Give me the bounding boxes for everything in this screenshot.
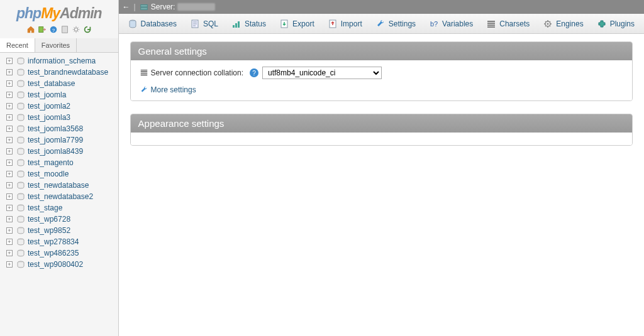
plugins-icon [597,19,607,29]
tree-expand-icon[interactable]: + [6,171,13,177]
database-name: test_joomla2 [28,102,70,111]
tree-expand-icon[interactable]: + [6,148,13,154]
tab-sql[interactable]: SQL [184,14,225,33]
engines-icon [543,19,553,29]
database-name: test_joomla [28,90,66,99]
database-item[interactable]: +test_moodle [6,168,118,180]
database-tree: +information_schema+test_brandnewdatabas… [0,53,118,336]
tree-expand-icon[interactable]: + [6,137,13,143]
breadcrumb-server[interactable]: Server: [140,3,216,11]
database-item[interactable]: +test_newdatabase2 [6,191,118,202]
tab-label: Databases [141,19,177,28]
database-name: test_newdatabase2 [28,192,93,201]
tree-expand-icon[interactable]: + [6,227,13,234]
sidebar-quick-icons: ? [0,23,118,38]
panel-general-settings-body: Server connection collation: ? utf8mb4_u… [131,60,632,100]
main: ← | Server: DatabasesSQLStatusExportImpo… [119,0,644,336]
database-icon [16,102,25,110]
tree-expand-icon[interactable]: + [6,80,13,87]
collation-label-wrap: Server connection collation: [140,68,243,77]
import-icon [328,19,338,29]
sidebar-tabs: Recent Favorites [0,38,118,53]
database-name: test_wp486235 [28,249,79,257]
database-name: test_joomla3568 [28,124,83,133]
database-icon [16,57,25,65]
database-icon [16,249,25,257]
tree-expand-icon[interactable]: + [6,239,13,245]
database-item[interactable]: +test_joomla [6,89,118,100]
tree-expand-icon[interactable]: + [6,193,13,200]
tab-export[interactable]: Export [273,14,321,33]
database-item[interactable]: +test_stage [6,202,118,214]
tree-expand-icon[interactable]: + [6,205,13,211]
database-name: test_magento [28,158,74,167]
tab-settings[interactable]: Settings [369,14,423,33]
tree-expand-icon[interactable]: + [6,103,13,109]
tree-expand-icon[interactable]: + [6,69,13,75]
docs-icon[interactable]: ? [48,24,58,35]
tree-expand-icon[interactable]: + [6,250,13,256]
database-name: test_joomla7799 [28,136,83,144]
database-item[interactable]: +test_magento [6,157,118,168]
tab-charsets[interactable]: Charsets [480,14,536,33]
tree-expand-icon[interactable]: + [6,261,13,268]
tab-label: Import [341,19,362,28]
svg-text:b?: b? [430,20,438,28]
tree-expand-icon[interactable]: + [6,160,13,166]
sidebar-tab-favorites[interactable]: Favorites [35,38,77,52]
database-name: test_wp278834 [28,237,79,246]
tree-expand-icon[interactable]: + [6,92,13,98]
tab-variables[interactable]: b?Variables [423,14,480,33]
panel-appearance-settings-body [131,133,632,145]
wrench-icon [140,85,148,94]
home-icon[interactable] [26,24,36,35]
database-item[interactable]: +information_schema [6,55,118,67]
database-item[interactable]: +test_joomla2 [6,100,118,112]
server-icon [140,3,148,11]
main-tabs: DatabasesSQLStatusExportImportSettingsb?… [119,14,644,34]
database-item[interactable]: +test_wp278834 [6,236,118,247]
tab-import[interactable]: Import [321,14,369,33]
tree-expand-icon[interactable]: + [6,216,13,222]
sql-icon[interactable] [60,24,70,35]
database-icon [16,159,25,166]
logout-icon[interactable] [37,24,47,35]
sidebar-tab-recent[interactable]: Recent [0,38,35,52]
more-settings-link[interactable]: More settings [140,85,623,94]
database-item[interactable]: +test_joomla7799 [6,134,118,146]
svg-rect-3 [62,26,67,33]
tab-status[interactable]: Status [225,14,273,33]
database-icon [16,114,25,121]
tree-expand-icon[interactable]: + [6,182,13,188]
database-item[interactable]: +test_joomla3 [6,112,118,123]
tree-expand-icon[interactable]: + [6,58,13,64]
collation-select[interactable]: utf8mb4_unicode_ci [262,67,382,79]
tab-label: Variables [442,19,473,28]
database-item[interactable]: +test_wp9852 [6,225,118,236]
settings-icon[interactable] [71,24,81,35]
database-item[interactable]: +test_wp486235 [6,247,118,259]
tab-databases[interactable]: Databases [121,14,184,33]
sidebar: phpMyAdmin ? Recent Favorites +informati… [0,0,119,336]
database-icon [16,136,25,144]
database-item[interactable]: +test_brandnewdatabase [6,67,118,78]
database-item[interactable]: +test_newdatabase [6,180,118,191]
database-item[interactable]: +test_joomla8439 [6,146,118,157]
database-item[interactable]: +test_wp9080402 [6,259,118,270]
database-item[interactable]: +test_joomla3568 [6,123,118,134]
tab-plugins[interactable]: Plugins [591,14,641,33]
svg-rect-29 [235,23,237,28]
tree-expand-icon[interactable]: + [6,126,13,132]
reload-icon[interactable] [82,24,92,35]
logo-part1: php [16,5,41,21]
database-icon [16,261,25,268]
database-item[interactable]: +test_wp6728 [6,214,118,225]
help-icon[interactable]: ? [250,68,258,77]
collapse-sidebar-icon[interactable]: ← [123,3,130,11]
tree-expand-icon[interactable]: + [6,114,13,121]
tab-engines[interactable]: Engines [536,14,590,33]
database-name: test_stage [28,203,62,212]
tab-label: SQL [203,19,218,28]
svg-rect-0 [39,27,43,33]
database-item[interactable]: +test_database [6,78,118,89]
